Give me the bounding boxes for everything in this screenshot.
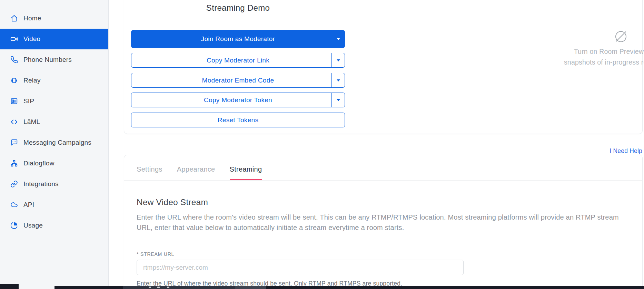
sidebar-item-label: SIP bbox=[23, 97, 34, 105]
home-icon bbox=[10, 15, 18, 22]
sidebar-item-video[interactable]: Video bbox=[0, 29, 108, 49]
sidebar-nav: Home Video Phone Numbers Relay bbox=[0, 8, 108, 236]
tab-streaming[interactable]: Streaming bbox=[230, 165, 262, 180]
slashed-circle-icon bbox=[613, 28, 629, 45]
sidebar-item-label: Usage bbox=[23, 222, 43, 229]
sidebar-item-relay[interactable]: Relay bbox=[0, 70, 108, 91]
copy-moderator-token-button[interactable]: Copy Moderator Token bbox=[131, 93, 345, 107]
copy-moderator-token-dropdown-toggle[interactable] bbox=[331, 93, 345, 107]
button-label: Copy Moderator Token bbox=[204, 96, 272, 104]
moderator-embed-code-dropdown-toggle[interactable] bbox=[331, 73, 345, 87]
stream-url-label: * STREAM URL bbox=[137, 251, 174, 257]
button-label: Join Room as Moderator bbox=[201, 35, 275, 43]
cloud-icon bbox=[10, 201, 18, 209]
copy-moderator-link-button[interactable]: Copy Moderator Link bbox=[131, 53, 345, 68]
taskbar-corner bbox=[0, 284, 19, 289]
sidebar-item-label: Phone Numbers bbox=[23, 56, 72, 64]
new-video-stream-description: Enter the URL where the room's video str… bbox=[137, 212, 626, 233]
sidebar-item-label: API bbox=[23, 201, 34, 209]
i-need-help-link[interactable]: I Need Help bbox=[610, 147, 642, 155]
preview-note-line1: Turn on Room Previews to see bbox=[473, 46, 644, 57]
sidebar-item-label: Integrations bbox=[23, 180, 59, 188]
sidebar-item-label: LāML bbox=[23, 118, 40, 126]
sidebar-item-label: Relay bbox=[23, 77, 41, 84]
taskbar-icon bbox=[149, 287, 151, 288]
sidebar-item-usage[interactable]: Usage bbox=[0, 215, 108, 236]
taskbar-icon bbox=[167, 287, 169, 288]
sidebar-item-api[interactable]: API bbox=[0, 194, 108, 215]
taskbar-icon bbox=[157, 287, 160, 288]
sidebar-item-integrations[interactable]: Integrations bbox=[0, 174, 108, 194]
pie-chart-icon bbox=[10, 222, 18, 229]
phone-icon bbox=[10, 56, 18, 64]
desk-phone-icon bbox=[10, 97, 18, 105]
button-label: Moderator Embed Code bbox=[202, 77, 274, 84]
moderator-embed-code-button[interactable]: Moderator Embed Code bbox=[131, 73, 345, 88]
taskbar-block bbox=[235, 286, 266, 289]
new-video-stream-heading: New Video Stream bbox=[137, 198, 208, 207]
preview-note-line2: snapshots of in-progress rooms here. bbox=[473, 57, 644, 68]
link-icon bbox=[10, 180, 18, 188]
tabs-divider bbox=[124, 181, 642, 181]
chat-bubble-icon bbox=[10, 139, 18, 146]
room-settings-card: Settings Appearance Streaming New Video … bbox=[124, 155, 643, 289]
sidebar-item-dialogflow[interactable]: Dialogflow bbox=[0, 153, 108, 174]
code-icon bbox=[10, 118, 18, 126]
room-preview-placeholder: Turn on Room Previews to see snapshots o… bbox=[473, 28, 644, 68]
copy-moderator-link-dropdown-toggle[interactable] bbox=[331, 53, 345, 67]
sidebar-item-messaging-campaigns[interactable]: Messaging Campaigns bbox=[0, 132, 108, 153]
room-settings-tabs: Settings Appearance Streaming bbox=[137, 165, 276, 180]
tab-appearance[interactable]: Appearance bbox=[177, 165, 215, 180]
room-actions-card: Streaming Demo Join Room as Moderator Co… bbox=[124, 0, 643, 134]
chevron-down-icon bbox=[337, 38, 340, 40]
sidebar: Home Video Phone Numbers Relay bbox=[0, 0, 109, 289]
join-room-as-moderator-button[interactable]: Join Room as Moderator bbox=[131, 30, 345, 48]
taskbar-segment bbox=[123, 286, 266, 289]
button-label: Copy Moderator Link bbox=[207, 57, 269, 64]
sidebar-item-label: Home bbox=[23, 15, 41, 22]
sidebar-item-laml[interactable]: LāML bbox=[0, 112, 108, 132]
join-room-dropdown-toggle[interactable] bbox=[332, 30, 345, 48]
room-title: Streaming Demo bbox=[131, 3, 345, 13]
chevron-down-icon bbox=[337, 59, 340, 61]
stream-url-input[interactable] bbox=[137, 260, 464, 275]
sidebar-item-label: Dialogflow bbox=[23, 160, 55, 167]
sidebar-item-label: Messaging Campaigns bbox=[23, 139, 91, 146]
button-label: Reset Tokens bbox=[218, 116, 258, 124]
tab-settings[interactable]: Settings bbox=[137, 165, 162, 180]
sidebar-item-label: Video bbox=[23, 35, 40, 43]
chevron-down-icon bbox=[337, 99, 340, 101]
chip-icon bbox=[10, 77, 18, 84]
reset-tokens-button[interactable]: Reset Tokens bbox=[131, 113, 345, 127]
video-camera-icon bbox=[10, 35, 18, 43]
sidebar-item-phone-numbers[interactable]: Phone Numbers bbox=[0, 49, 108, 70]
sidebar-item-sip[interactable]: SIP bbox=[0, 91, 108, 112]
sidebar-item-home[interactable]: Home bbox=[0, 8, 108, 29]
app-window: Home Video Phone Numbers Relay bbox=[0, 0, 644, 289]
flow-tree-icon bbox=[10, 160, 18, 167]
chevron-down-icon bbox=[337, 79, 340, 81]
